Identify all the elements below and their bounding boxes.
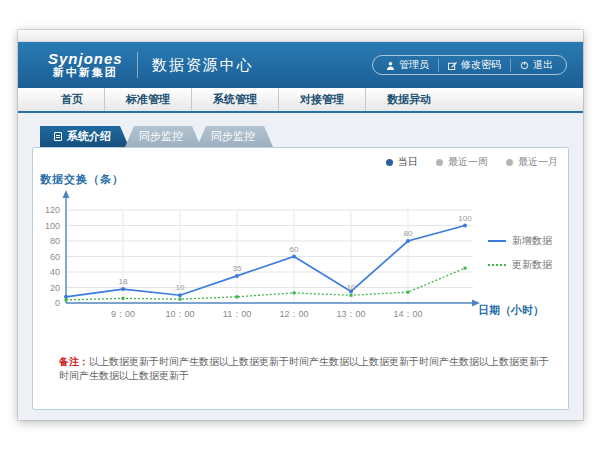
- document-icon: [54, 132, 62, 141]
- svg-text:12：00: 12：00: [279, 309, 308, 319]
- time-filter-1[interactable]: 最近一周: [436, 155, 488, 169]
- svg-text:10：00: 10：00: [165, 309, 194, 319]
- footnote: 备注：以上数据更新于时间产生数据以上数据更新于时间产生数据以上数据更新于时间产生…: [59, 355, 549, 383]
- legend-series-name: 更新数据: [512, 258, 552, 272]
- tab-1[interactable]: 同步监控: [125, 126, 201, 147]
- brand-logo-subtext: 新中新集团: [48, 67, 123, 79]
- exchange-chart: 0204060801001209：0010：0011：0012：0013：001…: [39, 181, 489, 331]
- user-icon: [386, 61, 395, 70]
- tab-bar: 系统介绍同步监控同步监控: [40, 126, 273, 147]
- tab-label: 同步监控: [139, 126, 183, 147]
- svg-text:100: 100: [45, 221, 60, 231]
- legend-item-1[interactable]: 更新数据: [488, 258, 552, 272]
- logout-icon: [520, 61, 529, 70]
- tab-label: 同步监控: [211, 126, 255, 147]
- content-area: 系统介绍同步监控同步监控 当日最近一周最近一月 数据交换（条） 02040608…: [18, 113, 583, 420]
- page: Synjones 新中新集团 数据资源中心 管理员修改密码退出 首页标准管理系统…: [0, 0, 600, 450]
- legend-series-name: 新增数据: [512, 234, 552, 248]
- footnote-text: 以上数据更新于时间产生数据以上数据更新于时间产生数据以上数据更新于时间产生数据以…: [59, 356, 549, 381]
- nav-item-3[interactable]: 对接管理: [278, 88, 365, 111]
- time-filter-label: 最近一月: [518, 155, 558, 169]
- radio-dot-icon: [386, 159, 393, 166]
- time-filter-group: 当日最近一周最近一月: [386, 155, 558, 169]
- nav-item-0[interactable]: 首页: [40, 88, 104, 111]
- app-title: 数据资源中心: [152, 56, 254, 75]
- y-tick-labels: 020406080100120: [45, 205, 60, 308]
- radio-dot-icon: [436, 159, 443, 166]
- time-filter-2[interactable]: 最近一月: [506, 155, 558, 169]
- point-label: 18: [119, 277, 128, 286]
- app-header: Synjones 新中新集团 数据资源中心 管理员修改密码退出: [18, 42, 583, 88]
- header-action-label: 修改密码: [461, 58, 501, 72]
- svg-text:20: 20: [50, 283, 60, 293]
- x-axis-title: 日期（小时）: [478, 303, 544, 318]
- svg-text:11：00: 11：00: [223, 309, 251, 319]
- time-filter-0[interactable]: 当日: [386, 155, 418, 169]
- tab-2[interactable]: 同步监控: [197, 126, 273, 147]
- point-label: 100: [458, 214, 472, 223]
- x-tick-labels: 9：0010：0011：0012：0013：0014：00: [111, 309, 423, 319]
- point-label: 10: [176, 283, 185, 292]
- footnote-label: 备注：: [59, 356, 89, 367]
- point-label: 10: [347, 283, 356, 292]
- time-filter-label: 最近一周: [448, 155, 488, 169]
- series-legend: 新增数据更新数据: [488, 234, 552, 282]
- brand-logo-text: Synjones: [48, 51, 123, 67]
- point-label: 80: [404, 229, 413, 238]
- header-action-edit[interactable]: 修改密码: [438, 58, 510, 72]
- edit-icon: [448, 61, 457, 70]
- main-nav: 首页标准管理系统管理对接管理数据异动: [18, 88, 583, 113]
- svg-text:14：00: 14：00: [393, 309, 422, 319]
- radio-dot-icon: [506, 159, 513, 166]
- header-action-label: 退出: [533, 58, 553, 72]
- header-divider: [137, 52, 138, 78]
- nav-item-1[interactable]: 标准管理: [104, 88, 191, 111]
- user-actions-pill: 管理员修改密码退出: [372, 55, 567, 75]
- tab-0[interactable]: 系统介绍: [40, 126, 129, 147]
- legend-item-0[interactable]: 新增数据: [488, 234, 552, 248]
- header-action-user[interactable]: 管理员: [377, 58, 438, 72]
- legend-swatch-icon: [488, 264, 506, 266]
- tab-label: 系统介绍: [67, 126, 111, 147]
- window-top-strip: [18, 30, 583, 42]
- svg-text:60: 60: [50, 252, 60, 262]
- nav-item-2[interactable]: 系统管理: [191, 88, 278, 111]
- time-filter-label: 当日: [398, 155, 418, 169]
- nav-item-4[interactable]: 数据异动: [365, 88, 452, 111]
- legend-swatch-icon: [488, 240, 506, 242]
- svg-text:0: 0: [55, 298, 60, 308]
- brand-logo: Synjones 新中新集团: [48, 51, 123, 78]
- svg-text:9：00: 9：00: [111, 309, 135, 319]
- point-label: 35: [233, 264, 242, 273]
- header-action-label: 管理员: [399, 58, 429, 72]
- svg-text:13：00: 13：00: [336, 309, 365, 319]
- svg-text:40: 40: [50, 267, 60, 277]
- point-label: 60: [290, 245, 299, 254]
- header-action-logout[interactable]: 退出: [510, 58, 562, 72]
- chart-panel: 当日最近一周最近一月 数据交换（条） 0204060801001209：0010…: [32, 147, 569, 410]
- svg-text:120: 120: [45, 205, 60, 215]
- app-window: Synjones 新中新集团 数据资源中心 管理员修改密码退出 首页标准管理系统…: [18, 30, 583, 420]
- svg-text:80: 80: [50, 236, 60, 246]
